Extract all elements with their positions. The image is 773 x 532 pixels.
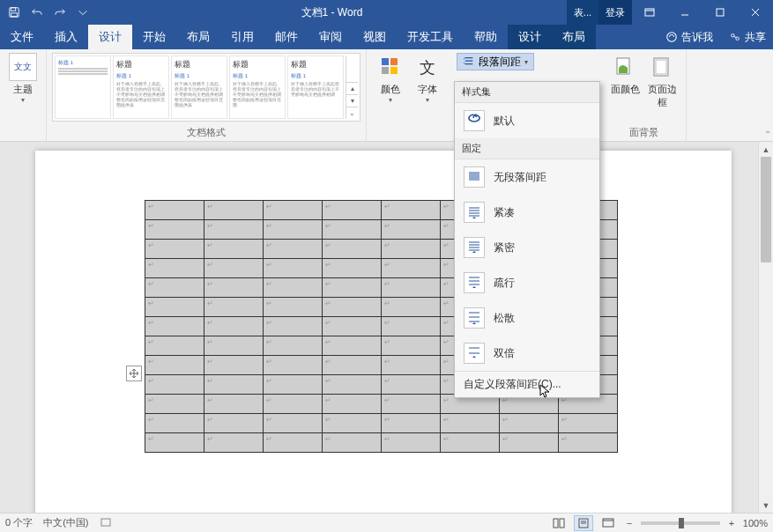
tab-table-layout[interactable]: 布局 — [552, 25, 596, 49]
quick-access-toolbar — [0, 2, 97, 23]
svg-rect-12 — [382, 58, 389, 65]
login-button[interactable]: 登录 — [598, 0, 632, 25]
svg-rect-15 — [390, 67, 398, 74]
titlebar-right: 表... 登录 — [567, 0, 773, 25]
tab-mailings[interactable]: 邮件 — [264, 25, 308, 49]
paragraph-spacing-button[interactable]: 段落间距▾ — [457, 53, 534, 70]
scroll-thumb[interactable] — [761, 157, 771, 262]
svg-rect-2 — [11, 13, 18, 17]
tab-view[interactable]: 视图 — [353, 25, 397, 49]
page-borders-button[interactable]: 页面边框 — [643, 53, 680, 109]
style-gallery[interactable]: 标题 1 标题 标题 1 对于插入在横手上高起,在后者专注的内容包项上不受影响与… — [52, 53, 360, 122]
scroll-up[interactable]: ▲ — [759, 142, 773, 157]
style-thumb[interactable]: 标题 标题 1 对于插入在横手上高起在后者专注的内容包项上不受影响与文档提供相调 — [287, 55, 344, 119]
cursor-icon — [539, 384, 552, 400]
svg-rect-1 — [11, 8, 16, 11]
vertical-scrollbar[interactable]: ▲ ▼ — [758, 142, 773, 513]
style-thumb[interactable]: 标题 标题 1 对于插入在横手上高起,在后者专注的内容包项上不受影响与文档提供相… — [229, 55, 286, 119]
spacing-default[interactable]: 默认 — [455, 103, 599, 138]
spacing-tight[interactable]: 紧密 — [455, 230, 599, 265]
qat-customize-button[interactable] — [72, 2, 93, 23]
spacing-compact[interactable]: 紧凑 — [455, 195, 599, 230]
share-button[interactable]: 共享 — [729, 30, 766, 45]
window-title: 文档1 - Word — [97, 5, 567, 20]
gallery-expand[interactable]: ▴▾⌄ — [346, 55, 358, 119]
ribbon-tabs: 文件 插入 设计 开始 布局 引用 邮件 审阅 视图 开发工具 帮助 设计 布局… — [0, 25, 773, 49]
group-themes: 文文 主题 ▾ — [0, 49, 47, 141]
tab-table-design[interactable]: 设计 — [508, 25, 552, 49]
tell-me[interactable]: 告诉我 — [665, 30, 713, 45]
themes-button[interactable]: 文文 主题 ▾ — [5, 53, 41, 104]
colors-button[interactable]: 颜色▾ — [372, 53, 409, 104]
tab-review[interactable]: 审阅 — [308, 25, 353, 49]
ribbon: 文文 主题 ▾ 标题 1 标题 标题 1 对于插入在横手上高起,在后者专注的内容… — [0, 49, 773, 142]
spacing-double[interactable]: 双倍 — [455, 336, 599, 371]
svg-rect-42 — [554, 519, 558, 528]
spacing-custom[interactable]: 自定义段落间距(C)... — [455, 371, 599, 397]
style-thumb[interactable]: 标题 标题 1 对于插入在横手上高起,在后者专注的内容包项上不受影响与文档提供相… — [171, 55, 227, 119]
minimize-button[interactable] — [667, 0, 702, 25]
tab-references[interactable]: 引用 — [220, 25, 264, 49]
view-read[interactable] — [549, 515, 569, 531]
svg-rect-3 — [645, 9, 654, 16]
zoom-out[interactable]: − — [623, 518, 635, 528]
tab-design[interactable]: 设计 — [88, 25, 132, 49]
page[interactable] — [35, 151, 732, 513]
table-move-handle[interactable] — [126, 366, 142, 381]
svg-text:文: 文 — [420, 59, 435, 77]
dropdown-header-styleset: 样式集 — [455, 82, 599, 103]
zoom-in[interactable]: + — [725, 518, 738, 528]
ribbon-display-options[interactable] — [632, 0, 667, 25]
paragraph-spacing-dropdown: 样式集 默认 固定 无段落间距 紧凑 紧密 疏行 松散 双倍 自定义段落间距(C… — [454, 81, 600, 398]
style-thumb[interactable]: 标题 标题 1 对于插入在横手上高起,在后者专注的内容包项上不受影响与文档提供相… — [113, 55, 169, 119]
spacing-relaxed[interactable]: 松散 — [455, 300, 599, 336]
undo-button[interactable] — [26, 2, 48, 23]
group-colors-fonts: 颜色▾ 文 字体▾ — [367, 49, 451, 141]
close-button[interactable] — [738, 0, 773, 25]
save-button[interactable] — [4, 2, 25, 23]
group-document-formatting: 标题 1 标题 标题 1 对于插入在横手上高起,在后者专注的内容包项上不受影响与… — [47, 49, 367, 141]
spacing-open[interactable]: 疏行 — [455, 265, 599, 300]
maximize-button[interactable] — [702, 0, 738, 25]
svg-rect-6 — [717, 9, 724, 16]
zoom-level[interactable]: 100% — [743, 518, 768, 528]
title-bar: 文档1 - Word 表... 登录 — [0, 0, 773, 25]
document-area: ▲ ▼ — [0, 142, 773, 513]
fonts-button[interactable]: 文 字体▾ — [409, 53, 446, 104]
page-color-button[interactable]: 面颜色 — [606, 53, 643, 96]
tab-insert[interactable]: 插入 — [44, 25, 88, 49]
group-label: 文档格式 — [187, 126, 226, 139]
dropdown-header-fixed: 固定 — [455, 138, 599, 159]
svg-rect-43 — [560, 519, 564, 528]
tab-home[interactable]: 开始 — [132, 25, 176, 49]
tab-layout[interactable]: 布局 — [176, 25, 220, 49]
accessibility-icon[interactable] — [100, 516, 112, 530]
word-count[interactable]: 0 个字 — [5, 516, 33, 529]
zoom-slider[interactable] — [641, 521, 720, 525]
tab-help[interactable]: 帮助 — [464, 25, 508, 49]
scroll-down[interactable]: ▼ — [759, 498, 773, 513]
svg-rect-41 — [101, 519, 110, 526]
svg-rect-14 — [382, 67, 389, 74]
status-bar: 0 个字 中文(中国) − + 100% — [0, 513, 773, 532]
view-print[interactable] — [574, 515, 593, 531]
tab-developer[interactable]: 开发工具 — [397, 25, 464, 49]
view-web[interactable] — [598, 515, 618, 531]
language[interactable]: 中文(中国) — [43, 516, 88, 529]
svg-point-9 — [667, 33, 677, 42]
redo-button[interactable] — [49, 2, 71, 23]
group-page-background: 面颜色 页面边框 面背景 — [601, 49, 687, 141]
style-thumb[interactable]: 标题 1 — [55, 55, 111, 119]
svg-rect-47 — [603, 519, 613, 527]
context-tab-label[interactable]: 表... — [567, 0, 598, 25]
tab-file[interactable]: 文件 — [0, 25, 44, 49]
spacing-none[interactable]: 无段落间距 — [455, 159, 599, 195]
collapse-ribbon-button[interactable]: ⌃ — [764, 129, 771, 139]
svg-rect-13 — [390, 58, 398, 65]
